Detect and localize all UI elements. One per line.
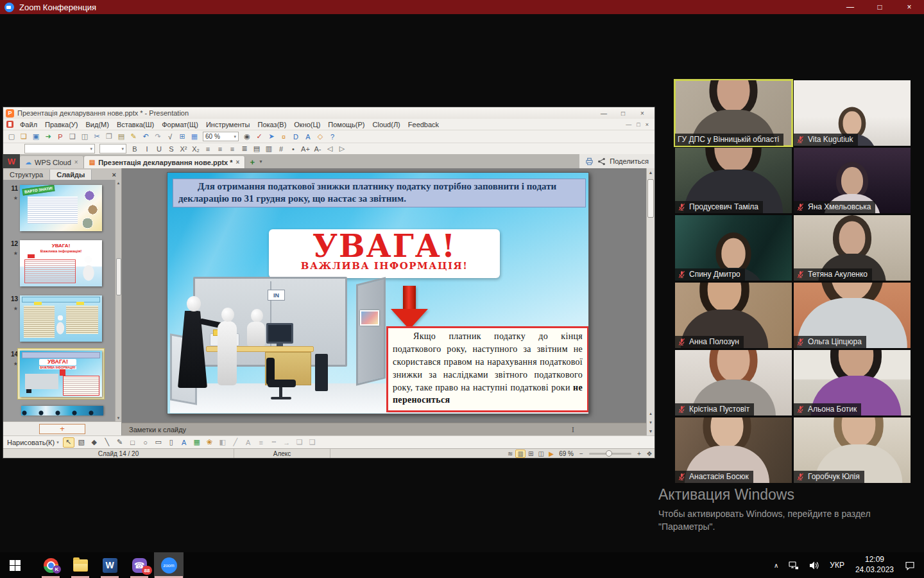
scroll-up-icon[interactable]: ▲ <box>117 180 121 186</box>
panel-tab[interactable]: Структура <box>3 170 50 180</box>
participant-video[interactable]: Горобчук Юлія <box>794 417 911 483</box>
export-pdf-icon[interactable]: P <box>55 132 66 142</box>
numbered-list-icon[interactable]: # <box>275 144 287 154</box>
print-icon[interactable]: ❑ <box>67 132 78 142</box>
start-button[interactable] <box>0 552 30 578</box>
share-button[interactable]: Поделиться <box>610 157 649 165</box>
select-icon[interactable]: ↖ <box>63 437 74 448</box>
participant-video[interactable]: Продусевич Таміла <box>675 148 792 213</box>
print-preview-icon[interactable]: ◫ <box>79 132 90 142</box>
font-size-combobox[interactable]: ▾ <box>99 144 126 153</box>
grid-icon[interactable]: ▦ <box>189 132 200 142</box>
scroll-down-icon[interactable]: ▼ <box>649 427 653 435</box>
slide-sorter-icon[interactable]: ⊞ <box>526 450 536 458</box>
format-painter-icon[interactable]: ✎ <box>128 132 139 142</box>
taskbar-clock[interactable]: 12:09 24.03.2023 <box>850 555 900 575</box>
redo-icon[interactable]: ↷ <box>152 132 164 142</box>
slide-thumbnail[interactable]: 13 ★ <box>4 295 114 342</box>
spellcheck-icon[interactable]: ✓ <box>253 132 265 142</box>
menu-item[interactable]: Feedback <box>404 120 443 129</box>
assistant-icon[interactable]: A <box>302 132 314 142</box>
document-tab[interactable]: ▤ Презентація декларування нове.pptx * × <box>84 156 246 168</box>
subscript-icon[interactable]: X₂ <box>190 144 201 154</box>
underline-icon[interactable]: U <box>153 144 165 154</box>
slideshow-icon[interactable]: ▶ <box>546 450 556 458</box>
doc-restore-button[interactable]: □ <box>637 121 640 128</box>
dash-style-icon[interactable]: ┅ <box>268 437 280 448</box>
notes-page-icon[interactable]: ◫ <box>536 450 546 458</box>
animation-preview-icon[interactable]: ≋ <box>505 450 515 458</box>
file-explorer-taskbar-button[interactable] <box>65 552 95 578</box>
shapes-icon[interactable]: ◆ <box>89 437 100 448</box>
slide-thumbnail-partial[interactable] <box>21 406 103 416</box>
slide-thumbnail[interactable]: 14 ★ УВАГА! ВАЖЛИВА ІНФОРМАЦІЯ! <box>4 351 114 397</box>
normal-view-icon[interactable]: ▥ <box>515 450 526 458</box>
participant-video[interactable]: ГУ ДПС у Вінницькій області <box>675 80 792 146</box>
bold-icon[interactable]: B <box>129 144 141 154</box>
arrow-style-icon[interactable]: → <box>281 437 293 448</box>
table-icon[interactable]: ⊞ <box>176 132 188 142</box>
zoom-slider-knob[interactable] <box>606 450 612 457</box>
strikethrough-icon[interactable]: S <box>166 144 177 154</box>
open-icon[interactable]: ❏ <box>18 132 30 142</box>
docer-icon[interactable]: D <box>290 132 302 142</box>
wordart-icon[interactable]: А <box>178 437 190 448</box>
help-icon[interactable]: ? <box>327 132 338 142</box>
zoom-in-button[interactable]: + <box>634 450 644 458</box>
menu-item[interactable]: Правка(У) <box>41 120 81 129</box>
font-name-combobox[interactable]: ▾ <box>24 144 95 153</box>
participant-video[interactable]: Альона Ботик <box>794 350 911 416</box>
scrollbar-thumb[interactable] <box>647 179 654 218</box>
clipart-icon[interactable]: ❀ <box>204 437 216 448</box>
indent-decrease-icon[interactable]: ◁ <box>324 144 336 154</box>
line-icon[interactable]: ╲ <box>101 437 113 448</box>
minimize-button[interactable]: — <box>835 0 865 14</box>
columns-icon[interactable]: ▥ <box>263 144 275 154</box>
participant-video[interactable]: Анастасія Босюк <box>675 417 792 483</box>
line-style-icon[interactable]: ≡ <box>255 437 267 448</box>
textbox-icon[interactable]: ▭ <box>153 437 164 448</box>
bullet-list-icon[interactable]: • <box>287 144 299 154</box>
panel-tab[interactable]: Слайды <box>50 170 92 180</box>
menu-item[interactable]: Cloud(Л) <box>369 120 404 129</box>
skin-icon[interactable]: ◇ <box>314 132 326 142</box>
slide-thumbnail[interactable]: 11 ★ ВАРТО ЗНАТИ! <box>4 185 114 231</box>
participant-video[interactable]: Ольга Ціпцюра <box>794 283 911 348</box>
paste-icon[interactable]: ▤ <box>116 132 127 142</box>
wps-home-icon[interactable]: W <box>3 154 20 168</box>
slide-thumbnail[interactable]: 12 ★ УВАГА! Важлива інформація! <box>4 240 114 286</box>
line-spacing-icon[interactable]: ▤ <box>251 144 262 154</box>
doc-close-button[interactable]: × <box>646 121 649 128</box>
scroll-up-icon[interactable]: ▲ <box>649 168 653 177</box>
menu-item[interactable]: Файл <box>16 120 41 129</box>
cut-icon[interactable]: ✂ <box>91 132 103 142</box>
volume-icon[interactable] <box>804 552 825 578</box>
add-slide-button[interactable]: + <box>39 424 85 434</box>
template-store-icon[interactable]: ¤ <box>278 132 289 142</box>
line-color-icon[interactable]: ╱ <box>230 437 241 448</box>
zoom-slider[interactable] <box>589 453 631 455</box>
chrome-taskbar-button[interactable]: K <box>36 552 65 578</box>
participant-video[interactable]: Анна Полозун <box>675 283 792 348</box>
pres-minimize-button[interactable]: — <box>594 108 613 119</box>
fit-slide-button[interactable]: ❖ <box>644 450 654 458</box>
superscript-icon[interactable]: X² <box>178 144 189 154</box>
participant-video[interactable]: Тетяна Акуленко <box>794 215 911 281</box>
shadow-icon[interactable]: ❏ <box>294 437 305 448</box>
draw-menu-button[interactable]: Нарисовать(К) ▾ <box>7 439 62 446</box>
menu-item[interactable]: Вставка(Ш) <box>113 120 158 129</box>
vertical-scrollbar[interactable]: ▲ ▴ ▾ ▼ <box>646 168 654 435</box>
menu-item[interactable]: Показ(В) <box>254 120 291 129</box>
picture-icon[interactable]: ▦ <box>191 437 203 448</box>
share-doc-icon[interactable]: ➤ <box>266 132 277 142</box>
thumbnail-scrollbar[interactable]: ▲ ▼ <box>115 180 121 421</box>
new-icon[interactable]: ▢ <box>6 132 17 142</box>
scrollbar-thumb[interactable] <box>116 258 121 295</box>
share-icon[interactable] <box>597 157 606 166</box>
network-icon[interactable] <box>783 552 804 578</box>
viber-taskbar-button[interactable]: ☎ 88 <box>124 552 154 578</box>
copy-icon[interactable]: ❐ <box>103 132 115 142</box>
multi-select-icon[interactable]: ▧ <box>76 437 87 448</box>
new-tab-button[interactable]: + <box>245 156 259 168</box>
menu-item[interactable]: Инструменты <box>202 120 254 129</box>
